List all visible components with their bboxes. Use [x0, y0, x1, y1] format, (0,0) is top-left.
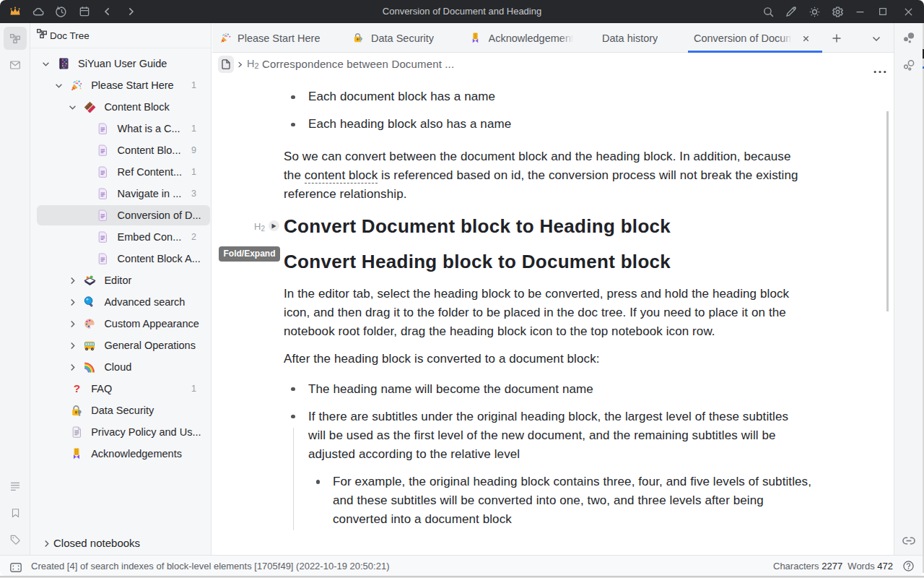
svg-text:?: ? — [73, 383, 79, 394]
